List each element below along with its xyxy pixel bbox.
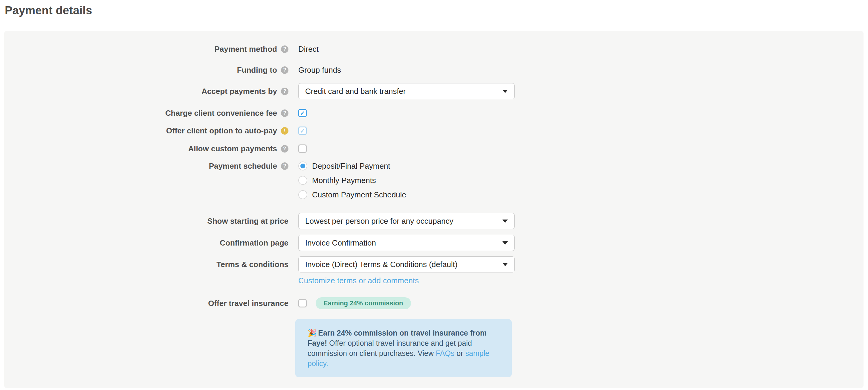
select-value: Credit card and bank transfer: [305, 87, 406, 96]
caret-down-icon: [502, 241, 508, 245]
help-icon[interactable]: ?: [281, 110, 288, 117]
help-icon[interactable]: ?: [281, 162, 288, 170]
row-auto-pay: Offer client option to auto-pay ! ✓: [4, 126, 864, 135]
confirmation-page-select[interactable]: Invoice Confirmation: [298, 235, 515, 251]
radio-label: Deposit/Final Payment: [312, 161, 390, 171]
row-terms-conditions: Terms & conditions Invoice (Direct) Term…: [4, 256, 864, 272]
radio-label: Custom Payment Schedule: [312, 190, 406, 200]
allow-custom-payments-checkbox[interactable]: ✓: [298, 145, 307, 153]
radio-button[interactable]: [298, 176, 307, 185]
show-starting-at-price-label: Show starting at price: [207, 216, 288, 226]
show-starting-at-price-select[interactable]: Lowest per person price for any occupanc…: [298, 213, 515, 229]
row-accept-payments-by: Accept payments by ? Credit card and ban…: [4, 83, 864, 99]
page-title: Payment details: [5, 4, 868, 17]
select-value: Invoice Confirmation: [305, 238, 376, 248]
warning-icon[interactable]: !: [281, 127, 288, 134]
auto-pay-checkbox[interactable]: ✓: [298, 126, 307, 135]
commission-badge: Earning 24% commission: [316, 297, 411, 309]
funding-to-value: Group funds: [298, 65, 341, 75]
insurance-info-box: 🎉Earn 24% commission on travel insurance…: [295, 319, 512, 377]
customize-terms-link[interactable]: Customize terms or add comments: [298, 276, 419, 285]
info-or-text: or: [454, 349, 465, 357]
select-value: Lowest per person price for any occupanc…: [305, 216, 454, 226]
allow-custom-payments-label: Allow custom payments: [188, 144, 277, 153]
select-value: Invoice (Direct) Terms & Conditions (def…: [305, 260, 458, 269]
help-icon[interactable]: ?: [281, 66, 288, 74]
radio-button[interactable]: [298, 161, 307, 171]
row-payment-schedule: Payment schedule ? Deposit/Final Payment…: [4, 161, 864, 199]
funding-to-label: Funding to: [237, 65, 277, 75]
celebration-icon: 🎉: [308, 329, 317, 337]
charge-convenience-fee-label: Charge client convenience fee: [165, 109, 277, 118]
radio-option-deposit-final-payment[interactable]: Deposit/Final Payment: [298, 161, 406, 171]
accept-payments-by-label: Accept payments by: [202, 87, 277, 96]
caret-down-icon: [502, 219, 508, 223]
travel-insurance-label: Offer travel insurance: [208, 299, 288, 308]
help-icon[interactable]: ?: [281, 88, 288, 95]
radio-option-custom-payment-schedule[interactable]: Custom Payment Schedule: [298, 190, 406, 199]
help-icon[interactable]: ?: [281, 46, 288, 53]
row-travel-insurance: Offer travel insurance ✓ Earning 24% com…: [4, 297, 864, 309]
radio-label: Monthly Payments: [312, 176, 376, 185]
row-customize-terms: Customize terms or add comments: [4, 276, 864, 285]
payment-details-panel: Payment method ? Direct Funding to ? Gro…: [4, 31, 864, 388]
payment-schedule-label: Payment schedule: [209, 161, 277, 171]
payment-method-label: Payment method: [215, 44, 277, 54]
row-payment-method: Payment method ? Direct: [4, 43, 864, 55]
confirmation-page-label: Confirmation page: [220, 238, 288, 248]
payment-method-value: Direct: [298, 44, 319, 54]
row-charge-convenience-fee: Charge client convenience fee ? ✓: [4, 109, 864, 118]
auto-pay-label: Offer client option to auto-pay: [166, 126, 277, 136]
row-funding-to: Funding to ? Group funds: [4, 64, 864, 76]
charge-convenience-fee-checkbox[interactable]: ✓: [298, 109, 307, 117]
payment-schedule-radio-group: Deposit/Final Payment Monthly Payments C…: [298, 161, 406, 199]
travel-insurance-checkbox[interactable]: ✓: [298, 299, 307, 307]
check-icon: ✓: [300, 110, 305, 116]
radio-option-monthly-payments[interactable]: Monthly Payments: [298, 176, 406, 185]
terms-conditions-label: Terms & conditions: [216, 260, 288, 269]
caret-down-icon: [502, 263, 508, 266]
row-allow-custom-payments: Allow custom payments ? ✓: [4, 144, 864, 153]
accept-payments-by-select[interactable]: Credit card and bank transfer: [298, 83, 515, 99]
faqs-link[interactable]: FAQs: [436, 349, 455, 357]
caret-down-icon: [502, 90, 508, 93]
row-show-starting-at-price: Show starting at price Lowest per person…: [4, 213, 864, 229]
terms-conditions-select[interactable]: Invoice (Direct) Terms & Conditions (def…: [298, 256, 515, 272]
radio-button[interactable]: [298, 190, 307, 199]
check-icon: ✓: [300, 128, 305, 134]
help-icon[interactable]: ?: [281, 145, 288, 153]
row-confirmation-page: Confirmation page Invoice Confirmation: [4, 235, 864, 251]
